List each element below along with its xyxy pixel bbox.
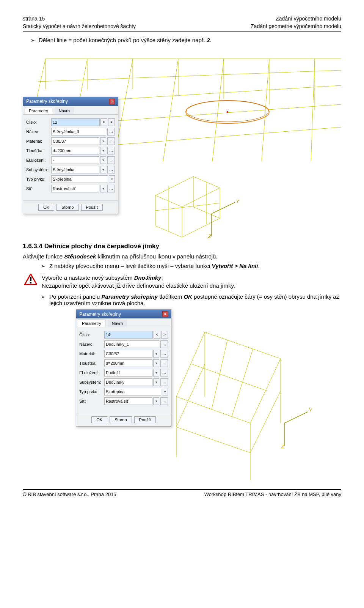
chevron-down-icon[interactable]: ▾ [100, 166, 106, 173]
keyword: Vytvořit > Na linii [212, 263, 258, 269]
lbl-sit: Síť: [26, 186, 51, 191]
field-cislo[interactable]: 14 [104, 331, 153, 339]
chevron-down-icon[interactable]: ▾ [153, 369, 159, 376]
header-left: strana 15 Statický výpočet a návrh želez… [23, 15, 136, 30]
more-button[interactable]: … [107, 128, 115, 135]
more-button[interactable]: … [160, 369, 168, 376]
storno-button[interactable]: Storno [110, 416, 132, 423]
arrow-icon: ➢ [30, 37, 35, 44]
bullet-line-2: ➢ Z nabídky plovoucího menu – levé tlačí… [41, 263, 341, 270]
text: Po potvrzení panelu [49, 293, 102, 300]
pouzit-button[interactable]: Použít [81, 204, 103, 211]
chevron-down-icon[interactable]: ▾ [162, 388, 168, 395]
prev-button[interactable]: < [154, 331, 160, 339]
more-button[interactable]: … [160, 397, 168, 405]
field-cislo[interactable]: 12 [51, 118, 100, 126]
chevron-down-icon[interactable]: ▾ [100, 137, 106, 145]
axis-z-label: Z [208, 233, 211, 239]
svg-line-37 [232, 349, 253, 417]
close-icon[interactable]: × [162, 311, 168, 317]
pouzit-button[interactable]: Použít [134, 416, 156, 423]
field-nazev[interactable]: DnoJímky_1 [104, 340, 159, 348]
dialog-body: Číslo: 14 < > Název: DnoJímky_1 … Materi… [76, 327, 171, 409]
chevron-down-icon[interactable]: ▾ [153, 359, 159, 367]
bullet-text: Z nabídky plovoucího menu – levé tlačítk… [49, 263, 260, 269]
value: 2 [207, 37, 210, 43]
chevron-down-icon[interactable]: ▾ [100, 147, 106, 154]
more-button[interactable]: … [160, 340, 168, 348]
more-button[interactable]: … [107, 166, 115, 173]
svg-rect-30 [30, 282, 31, 284]
dialog-parametry-skorepiny-1: Parametry skořepiny × Parametry Návrh Čí… [23, 97, 118, 214]
more-button[interactable]: … [160, 378, 168, 386]
close-icon[interactable]: × [109, 99, 115, 104]
chevron-down-icon[interactable]: ▾ [153, 397, 159, 405]
storno-button[interactable]: Storno [56, 204, 78, 211]
tab-parametry[interactable]: Parametry [25, 107, 52, 114]
more-button[interactable]: … [107, 147, 115, 154]
prev-button[interactable]: < [100, 118, 107, 126]
axis-y-label: Y [309, 407, 312, 413]
chevron-down-icon[interactable]: ▾ [100, 156, 106, 164]
field-subsystem[interactable]: DnoJímky [104, 378, 152, 386]
field-tloustka[interactable]: d=200mm [104, 359, 152, 367]
ok-button[interactable]: OK [91, 416, 107, 423]
dialog-titlebar[interactable]: Parametry skořepiny × [76, 310, 171, 318]
chevron-down-icon[interactable]: ▾ [153, 378, 159, 386]
section-heading: 1.6.3.4 Definice plochy dna čerpadlové j… [23, 243, 341, 250]
field-subsystem[interactable]: StěnyJímka [51, 166, 99, 173]
lbl-subsystem: Subsystém: [26, 167, 51, 172]
field-ulozeni[interactable]: Podloží [104, 369, 152, 376]
dialog-title-text: Parametry skořepiny [26, 99, 68, 104]
svg-line-39 [250, 391, 281, 453]
svg-line-35 [191, 364, 267, 391]
chevron-down-icon[interactable]: ▾ [100, 185, 106, 192]
arrow-icon: ➢ [41, 263, 46, 270]
lbl-ulozeni: El.uložení: [26, 158, 51, 162]
field-typ[interactable]: Skořepina [51, 175, 108, 183]
text: . [161, 274, 163, 281]
more-button[interactable]: … [107, 137, 115, 145]
field-tloustka[interactable]: d=200mm [51, 147, 99, 154]
field-ulozeni[interactable]: - [51, 156, 99, 164]
footer-right: Workshop RIBfem TRIMAS - návrhování ŽB n… [204, 491, 341, 497]
svg-line-9 [212, 59, 224, 161]
tab-navrh[interactable]: Návrh [108, 320, 127, 327]
tab-navrh[interactable]: Návrh [55, 107, 74, 114]
field-material[interactable]: C30/37 [51, 137, 99, 145]
bullet-text: Dělení linie = počet konečných prvků po … [39, 37, 212, 43]
dialog-titlebar[interactable]: Parametry skořepiny × [23, 97, 118, 106]
chevron-down-icon[interactable]: ▾ [109, 175, 115, 183]
field-nazev[interactable]: StěnyJímka_3 [51, 128, 106, 135]
page-header: strana 15 Statický výpočet a návrh želez… [23, 15, 341, 32]
keyword: Stěnodesek [64, 253, 96, 260]
dialog-parametry-skorepiny-2: Parametry skořepiny × Parametry Návrh Čí… [76, 309, 171, 427]
next-button[interactable]: > [108, 118, 115, 126]
svg-line-26 [212, 202, 235, 214]
field-sit[interactable]: Rastrová síť [51, 185, 99, 192]
lbl-nazev: Název: [79, 342, 104, 347]
more-button[interactable]: … [107, 156, 115, 164]
svg-line-36 [212, 340, 228, 410]
section-number: 1.6.3.4 [23, 243, 44, 250]
section-title-text: Definice plochy dna čerpadlové jímky [44, 243, 159, 250]
field-material[interactable]: C30/37 [104, 350, 152, 358]
text: Z nabídky plovoucího menu – levé tlačítk… [49, 263, 212, 269]
next-button[interactable]: > [161, 331, 168, 339]
svg-line-40 [176, 364, 205, 427]
lbl-typ: Typ prvku: [26, 177, 51, 181]
ok-button[interactable]: OK [38, 204, 54, 211]
field-sit[interactable]: Rastrová síť [104, 397, 152, 405]
warning-block: Vytvořte a nastavte nový subsystém DnoJí… [24, 274, 341, 290]
more-button[interactable]: … [160, 350, 168, 358]
axis-y-label: Y [236, 198, 239, 204]
section-title: Zadání geometrie výpočetního modelu [251, 23, 341, 30]
more-button[interactable]: … [160, 359, 168, 367]
warning-line-1: Vytvořte a nastavte nový subsystém DnoJí… [42, 274, 235, 282]
chevron-down-icon[interactable]: ▾ [153, 350, 159, 358]
warning-text: Vytvořte a nastavte nový subsystém DnoJí… [42, 274, 235, 290]
field-typ[interactable]: Skořepina [104, 388, 161, 395]
more-button[interactable]: … [107, 185, 115, 192]
tab-parametry[interactable]: Parametry [78, 320, 105, 327]
mesh-drawing-2 [23, 309, 341, 484]
